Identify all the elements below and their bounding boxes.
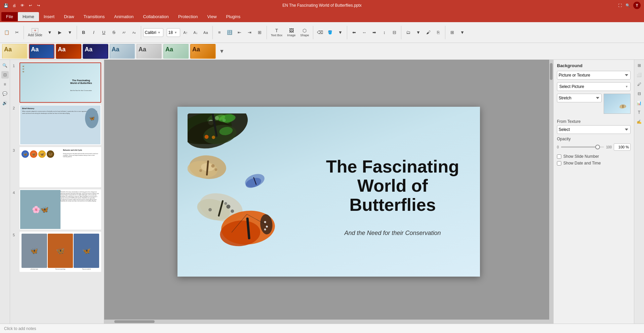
theme-item-4[interactable]: Aa <box>110 44 135 59</box>
select-picture-button[interactable]: Select Picture ▼ <box>557 82 631 91</box>
menu-tab-transitions[interactable]: Transitions <box>79 12 110 21</box>
strikethrough-icon[interactable]: S <box>109 28 119 37</box>
notes-area[interactable]: Click to add notes <box>0 324 644 333</box>
print-preview-icon[interactable]: 👁 <box>19 3 25 8</box>
stretch-dropdown[interactable]: Stretch <box>557 94 602 102</box>
show-date-time-label[interactable]: Show Date and Time <box>563 161 601 165</box>
theme-item-6[interactable]: Aa <box>163 44 189 59</box>
outline-icon[interactable]: ≡ <box>1 81 9 88</box>
menu-tab-view[interactable]: View <box>203 12 222 21</box>
decrease-font-icon[interactable]: A↓ <box>191 28 200 37</box>
slide-thumbnail-1[interactable]: 🦋 🦋 🦋 The FascinatingWorld of Butterflie… <box>19 62 101 103</box>
scissors-icon[interactable]: ✂ <box>12 28 22 37</box>
main-slide[interactable]: The Fascinating World of Butterflies And… <box>177 107 480 277</box>
search-header-icon[interactable]: 🔍 <box>625 3 631 8</box>
superscript-icon[interactable]: A² <box>119 28 129 37</box>
redo-icon[interactable]: ↪ <box>36 3 41 8</box>
decrease-indent-icon[interactable]: ⇤ <box>235 28 244 37</box>
theme-item-0[interactable]: Aa <box>2 44 28 59</box>
chart-icon[interactable]: 📊 <box>636 99 643 107</box>
align-center-icon[interactable]: ↔ <box>359 28 369 37</box>
slide-thumbnail-4[interactable]: 🌸🦋 Butterflies find many natural places … <box>19 189 101 230</box>
show-slide-number-label[interactable]: Show Slide Number <box>563 154 599 159</box>
signature-icon[interactable]: ✍ <box>636 118 643 126</box>
eraser-icon[interactable]: ⌫ <box>315 28 325 37</box>
font-size-dropdown[interactable]: 18 ▼ <box>167 28 180 37</box>
user-avatar[interactable]: T <box>633 2 641 9</box>
show-slide-number-checkbox[interactable] <box>557 154 561 159</box>
table-icon[interactable]: ⊟ <box>636 90 643 97</box>
add-slide-button[interactable]: + Add Slide <box>26 28 44 37</box>
theme-item-1[interactable]: Aa <box>29 44 54 59</box>
opacity-slider-track[interactable] <box>561 145 604 149</box>
slide-thumbnail-5[interactable]: 🦋 a title about topic 🦋 There are many t… <box>19 232 101 272</box>
slide-thumbnail-2[interactable]: Brief History When animals adapted to en… <box>19 105 101 145</box>
h-scroll-thumb[interactable] <box>114 320 155 323</box>
comments-icon[interactable]: 💬 <box>1 90 9 97</box>
save-icon[interactable]: 💾 <box>3 3 9 8</box>
play-icon[interactable]: ▶ <box>55 28 65 37</box>
columns-icon[interactable]: ⊞ <box>255 28 265 37</box>
increase-font-icon[interactable]: A↑ <box>181 28 190 37</box>
background-type-dropdown[interactable]: Picture or Texture <box>557 71 631 80</box>
menu-tab-file[interactable]: File <box>1 12 18 21</box>
align-right-icon[interactable]: ➡ <box>369 28 379 37</box>
columns-layout-icon[interactable]: ⊟ <box>390 28 399 37</box>
menu-tab-protection[interactable]: Protection <box>173 12 203 21</box>
line-spacing-icon[interactable]: ↕ <box>379 28 389 37</box>
menu-tab-collaboration[interactable]: Collaboration <box>138 12 173 21</box>
increase-indent-icon[interactable]: ⇥ <box>245 28 254 37</box>
menu-tab-plugins[interactable]: Plugins <box>222 12 245 21</box>
slide-edit-viewport[interactable]: The Fascinating World of Butterflies And… <box>104 60 553 324</box>
show-date-time-checkbox[interactable] <box>557 161 561 165</box>
themes-more-button[interactable]: ▼ <box>217 48 227 54</box>
arrange-dropdown-icon[interactable]: ▼ <box>413 28 423 37</box>
slide-thumbnail-3[interactable]: 🦋 🦋 🦋 🦋 Behavior and Life Cycle During p… <box>19 147 101 187</box>
format-icon[interactable]: 🖊 <box>636 81 643 88</box>
scroll-thumb[interactable] <box>550 63 553 80</box>
slides-panel-icon[interactable]: ⊡ <box>1 71 9 79</box>
italic-icon[interactable]: I <box>89 28 98 37</box>
horizontal-scrollbar[interactable] <box>104 320 553 324</box>
vertical-scrollbar[interactable] <box>549 60 553 324</box>
bullets-icon[interactable]: ≡ <box>215 28 224 37</box>
theme-item-2[interactable]: Aa <box>56 44 81 59</box>
font-name-dropdown[interactable]: Calibri ▼ <box>143 28 163 37</box>
text-box-button[interactable]: T Text Box <box>269 28 285 37</box>
arrange-icon[interactable]: 🗂 <box>403 28 413 37</box>
underline-icon[interactable]: U <box>99 28 109 37</box>
subscript-icon[interactable]: A₂ <box>129 28 139 37</box>
theme-item-5[interactable]: Aa <box>136 44 162 59</box>
slide-size-dropdown-icon[interactable]: ▼ <box>457 28 467 37</box>
audio-icon[interactable]: 🔊 <box>1 99 9 107</box>
theme-item-3[interactable]: Aa <box>83 44 108 59</box>
properties-icon[interactable]: ⊞ <box>636 62 643 69</box>
align-left-icon[interactable]: ⬅ <box>349 28 359 37</box>
menu-tab-draw[interactable]: Draw <box>59 12 79 21</box>
bold-icon[interactable]: B <box>79 28 88 37</box>
fill-color-icon[interactable]: 🪣 <box>325 28 335 37</box>
theme-item-7[interactable]: Aa <box>190 44 216 59</box>
copy-format-icon[interactable]: ⎘ <box>434 28 443 37</box>
fill-dropdown-icon[interactable]: ▼ <box>335 28 345 37</box>
font-case-icon[interactable]: Aa <box>201 28 210 37</box>
from-texture-dropdown[interactable]: Select <box>557 125 631 134</box>
text-icon[interactable]: T <box>636 109 643 116</box>
layout-dropdown-icon[interactable]: ▼ <box>45 28 54 37</box>
slide-layout-icon[interactable]: ⬜ <box>636 71 643 79</box>
shape-button[interactable]: ⬡ Shape <box>298 28 311 37</box>
undo-icon[interactable]: ↩ <box>28 3 33 8</box>
menu-tab-insert[interactable]: Insert <box>39 12 59 21</box>
search-left-icon[interactable]: 🔍 <box>1 62 9 69</box>
menu-tab-home[interactable]: Home <box>18 12 39 21</box>
image-button[interactable]: 🖼 Image <box>285 28 297 37</box>
print-icon[interactable]: 🖨 <box>11 3 17 8</box>
slide-size-icon[interactable]: ⊞ <box>447 28 457 37</box>
play-dropdown-icon[interactable]: ▼ <box>65 28 75 37</box>
menu-tab-animation[interactable]: Animation <box>110 12 138 21</box>
numbering-icon[interactable]: 🔢 <box>225 28 234 37</box>
clipboard-icon[interactable]: 📋 <box>2 28 11 37</box>
format-painter-icon[interactable]: 🖌 <box>424 28 433 37</box>
maximize-icon[interactable]: ⛶ <box>617 3 622 8</box>
opacity-thumb[interactable] <box>595 145 600 149</box>
